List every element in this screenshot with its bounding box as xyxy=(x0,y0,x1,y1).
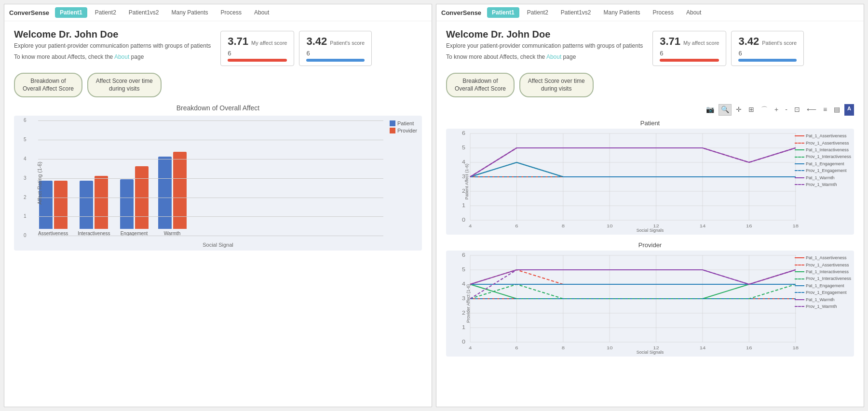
legend-label-patient: Patient xyxy=(397,120,414,126)
svg-text:8: 8 xyxy=(562,345,565,350)
svg-text:4: 4 xyxy=(462,281,465,287)
patient-score-label-right: Patient's score xyxy=(762,40,797,46)
timeseries-btn-right[interactable]: Affect Score over timeduring visits xyxy=(519,73,594,97)
svg-text:14: 14 xyxy=(700,224,706,228)
my-affect-label-left: My affect score xyxy=(251,40,287,46)
patient-score-label-left: Patient's score xyxy=(330,40,365,46)
patient-score-visits-left: 6 xyxy=(306,50,365,57)
toolbar-pan[interactable]: ✛ xyxy=(733,104,744,116)
svg-text:6: 6 xyxy=(515,345,518,350)
toolbar-autoscale[interactable]: ⊡ xyxy=(792,104,802,116)
patient-line-svg: 6 5 4 3 2 1 0 4 6 8 10 12 14 16 xyxy=(470,133,796,220)
svg-text:3: 3 xyxy=(462,296,465,301)
patient-y-label: Patient Affect (1-6) xyxy=(464,164,469,199)
toolbar-lasso[interactable]: ⌒ xyxy=(759,104,770,116)
about-text-left: To know more about Affects, check the Ab… xyxy=(14,53,211,61)
svg-text:10: 10 xyxy=(607,224,613,228)
toolbar-zoom-out[interactable]: - xyxy=(783,104,790,116)
svg-text:16: 16 xyxy=(746,345,752,350)
patient-score-value-right: 3.42 xyxy=(738,35,759,48)
svg-text:6: 6 xyxy=(515,224,518,228)
toolbar-plotly[interactable]: A xyxy=(844,104,854,116)
legend-color-patient xyxy=(390,120,395,126)
svg-text:1: 1 xyxy=(462,325,465,330)
patient-score-visits-right: 6 xyxy=(738,50,797,57)
svg-text:16: 16 xyxy=(746,224,752,228)
patient-line-chart-section: Patient Patient Affect (1-6) Social Sign… xyxy=(446,119,854,235)
tab-process-left[interactable]: Process xyxy=(216,7,246,18)
bar-chart-left: Affect Rating (1-6) 6 5 4 3 2 1 0 xyxy=(14,116,422,251)
patient-chart-wrap: Patient Affect (1-6) Social Signals Pat_… xyxy=(446,129,854,235)
welcome-title-left: Welcome Dr. John Doe xyxy=(14,29,211,40)
svg-text:6: 6 xyxy=(462,131,465,136)
tab-about-right[interactable]: About xyxy=(681,7,706,18)
patient-score-bar-left xyxy=(306,59,365,62)
tab-patient2-right[interactable]: Patient2 xyxy=(522,7,553,18)
patient-x-label: Social Signals xyxy=(637,228,664,233)
svg-text:5: 5 xyxy=(462,145,465,150)
brand-right: ConverSense xyxy=(441,9,481,16)
brand-left: ConverSense xyxy=(9,9,49,16)
bar-x-label-left: Social Signal xyxy=(203,242,233,248)
tab-patient1vs2-right[interactable]: Patient1vs2 xyxy=(556,7,596,18)
gridlines-left: 6 5 4 3 2 1 0 xyxy=(38,120,383,236)
provider-line-svg: 6 5 4 3 2 1 0 4 6 8 10 12 14 16 xyxy=(470,255,796,342)
patient-score-card-right: 3.42 Patient's score 6 xyxy=(731,31,804,66)
provider-y-label: Provider Affect (1-6) xyxy=(466,284,471,323)
my-affect-card-left: 3.71 My affect score 6 xyxy=(220,31,294,66)
my-affect-visits-right: 6 xyxy=(660,50,719,57)
provider-x-label: Social Signals xyxy=(637,350,664,355)
timeseries-btn-left[interactable]: Affect Score over timeduring visits xyxy=(87,73,162,97)
patient-chart-legend: Pat_1_Assertiveness Prov_1_Assertiveness… xyxy=(795,133,851,188)
provider-chart-wrap: Provider Affect (1-6) Social Signals Pat… xyxy=(446,251,854,357)
tab-many-patients-left[interactable]: Many Patients xyxy=(167,7,213,18)
chart-toolbar: 📷 🔍 ✛ ⊞ ⌒ + - ⊡ ⟵ ≡ ▤ A xyxy=(446,104,854,116)
toolbar-toggle1[interactable]: ≡ xyxy=(821,104,829,116)
tab-many-patients-right[interactable]: Many Patients xyxy=(599,7,645,18)
svg-text:4: 4 xyxy=(469,224,472,228)
toolbar-select[interactable]: ⊞ xyxy=(746,104,757,116)
svg-text:10: 10 xyxy=(607,345,613,350)
my-affect-visits-left: 6 xyxy=(228,50,287,57)
provider-chart-legend: Pat_1_Assertiveness Prov_1_Assertiveness… xyxy=(795,254,851,310)
provider-line-chart-section: Provider Provider Affect (1-6) Social Si… xyxy=(446,241,854,357)
svg-text:6: 6 xyxy=(462,252,465,258)
tab-process-right[interactable]: Process xyxy=(648,7,678,18)
patient-score-bar-right xyxy=(738,59,797,62)
patient-chart-title: Patient xyxy=(446,119,854,127)
toolbar-reset[interactable]: ⟵ xyxy=(804,104,819,116)
my-affect-value-left: 3.71 xyxy=(228,35,248,48)
my-affect-card-right: 3.71 My affect score 6 xyxy=(652,31,726,66)
patient-score-card-left: 3.42 Patient's score 6 xyxy=(299,31,372,66)
nav-right: ConverSense Patient1 Patient2 Patient1vs… xyxy=(436,4,864,21)
welcome-subtitle-left: Explore your patient-provider communicat… xyxy=(14,42,211,50)
tab-patient1-right[interactable]: Patient1 xyxy=(487,7,519,18)
toolbar-camera[interactable]: 📷 xyxy=(704,104,717,116)
bar-chart-title-left: Breakdown of Overall Affect xyxy=(14,104,422,112)
bar-legend-left: Patient Provider xyxy=(390,120,417,135)
toolbar-toggle2[interactable]: ▤ xyxy=(831,104,842,116)
legend-label-provider: Provider xyxy=(397,128,417,133)
provider-chart-title: Provider xyxy=(446,241,854,249)
svg-text:8: 8 xyxy=(562,224,565,228)
breakdown-btn-left[interactable]: Breakdown ofOverall Affect Score xyxy=(14,73,82,97)
tab-about-left[interactable]: About xyxy=(249,7,274,18)
about-link-left[interactable]: About xyxy=(114,53,129,60)
breakdown-btn-right[interactable]: Breakdown ofOverall Affect Score xyxy=(446,73,515,97)
my-affect-bar-right xyxy=(660,59,719,62)
svg-text:18: 18 xyxy=(792,224,799,228)
welcome-title-right: Welcome Dr. John Doe xyxy=(446,29,643,40)
toolbar-zoom-in[interactable]: + xyxy=(772,104,781,116)
nav-left: ConverSense Patient1 Patient2 Patient1vs… xyxy=(4,4,432,21)
about-link-right[interactable]: About xyxy=(546,53,561,60)
patient-score-value-left: 3.42 xyxy=(306,35,327,48)
welcome-subtitle-right: Explore your patient-provider communicat… xyxy=(446,42,643,50)
tab-patient2-left[interactable]: Patient2 xyxy=(90,7,121,18)
tab-patient1-left[interactable]: Patient1 xyxy=(55,7,87,18)
svg-text:2: 2 xyxy=(462,310,465,316)
svg-text:14: 14 xyxy=(700,345,706,350)
tab-patient1vs2-left[interactable]: Patient1vs2 xyxy=(124,7,164,18)
about-text-right: To know more about Affects, check the Ab… xyxy=(446,53,643,61)
toolbar-zoom[interactable]: 🔍 xyxy=(719,104,732,116)
legend-color-provider xyxy=(390,128,395,133)
